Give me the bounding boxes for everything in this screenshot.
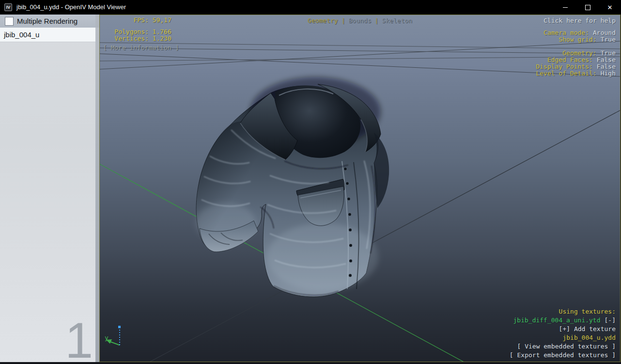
using-textures-header: Using textures:	[510, 307, 616, 316]
close-button[interactable]: ✕	[599, 0, 621, 15]
camera-status-block: Camera mode:Around Show grid:True	[543, 30, 616, 43]
display-points-label: Display Points:	[536, 63, 592, 70]
multiple-rendering-header: Multiple Rendering	[0, 15, 99, 28]
maximize-button[interactable]	[576, 0, 599, 15]
titlebar: IV jbib_004_u.ydd - OpenIV Model Viewer …	[0, 0, 621, 15]
watermark-number: 1	[0, 315, 93, 364]
edged-faces-value: False	[597, 56, 616, 63]
model-list-item[interactable]: jbib_004_u	[0, 28, 95, 42]
remove-texture-button[interactable]: [-]	[605, 317, 616, 324]
vertices-counter: Vertices: 1.230	[100, 35, 171, 42]
view-mode-tabs: Geometry|Bounds|Skeleton	[100, 17, 620, 24]
y-axis-label: y	[105, 334, 109, 341]
level-of-detail-label: Level of Detail:	[536, 70, 596, 77]
shirt-model	[196, 77, 389, 297]
show-grid-label: Show grid:	[559, 36, 596, 43]
openiv-model-viewer-window: IV jbib_004_u.ydd - OpenIV Model Viewer …	[0, 0, 621, 364]
up-axis-tip-icon	[118, 326, 121, 328]
edged-faces-label: Edged Faces:	[547, 56, 593, 63]
show-grid-value: True	[601, 36, 616, 43]
tab-bounds[interactable]: Bounds	[349, 17, 372, 24]
more-information-link[interactable]: [ More information ]	[103, 45, 179, 51]
display-points-value: False	[597, 63, 616, 70]
minimize-button[interactable]	[554, 0, 576, 15]
view-embedded-textures-button[interactable]: [ View embedded textures ]	[510, 342, 616, 351]
polygons-counter: Polygons: 1.766	[100, 29, 171, 35]
display-settings-block: Geometry:True Edged Faces:False Display …	[536, 50, 616, 77]
multiple-rendering-label: Multiple Rendering	[17, 17, 78, 25]
texture-name-link[interactable]: jbib_diff_004_a_uni.ytd	[513, 317, 601, 324]
tab-skeleton[interactable]: Skeleton	[382, 17, 412, 24]
openiv-app-icon: IV	[4, 3, 12, 11]
tab-separator: |	[374, 17, 378, 24]
tab-geometry[interactable]: Geometry	[308, 17, 338, 24]
window-bottom-edge	[0, 362, 621, 364]
textures-panel: Using textures: jbib_diff_004_a_uni.ytd[…	[510, 307, 616, 360]
help-link[interactable]: Click here for help	[543, 17, 616, 24]
add-texture-button[interactable]: [+] Add texture	[510, 325, 616, 334]
maximize-icon	[585, 5, 590, 10]
camera-mode-label: Camera mode:	[543, 29, 589, 36]
export-embedded-textures-button[interactable]: [ Export embedded textures ]	[510, 351, 616, 360]
sidebar: Multiple Rendering jbib_004_u 1	[0, 15, 99, 362]
window-title: jbib_004_u.ydd - OpenIV Model Viewer	[16, 0, 126, 15]
level-of-detail-value: High	[601, 70, 616, 77]
tab-separator: |	[342, 17, 345, 24]
geometry-value: True	[601, 49, 616, 57]
minimize-icon	[563, 7, 568, 8]
geometry-label: Geometry:	[562, 49, 596, 57]
sidebar-edge-strip	[95, 15, 99, 362]
axis-gizmo: y	[105, 326, 121, 345]
multiple-rendering-checkbox[interactable]	[5, 17, 14, 26]
texture-entry: jbib_diff_004_a_uni.ytd[-]	[510, 316, 616, 325]
camera-mode-value: Around	[593, 29, 616, 36]
window-controls: ✕	[554, 0, 621, 15]
model-viewport[interactable]: y FPS: 59,17 Polygons: 1.766 Vertices: 1…	[99, 15, 621, 362]
model-file-name: jbib_004_u.ydd	[510, 334, 616, 342]
close-icon: ✕	[607, 4, 613, 11]
